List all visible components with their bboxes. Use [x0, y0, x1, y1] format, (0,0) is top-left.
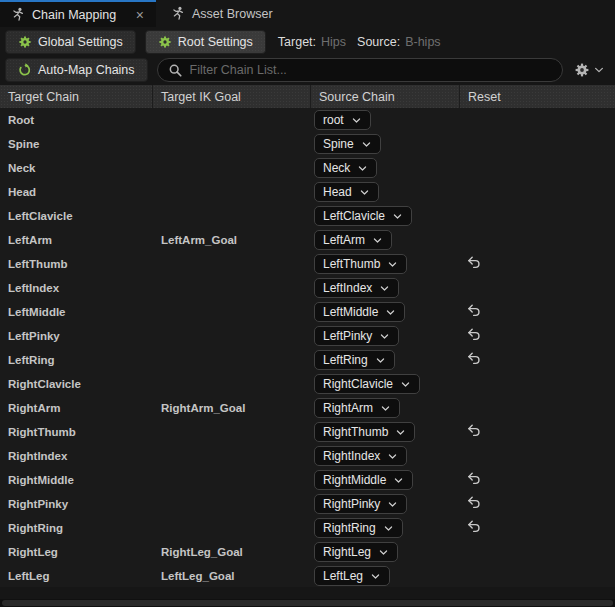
source-chain-dropdown[interactable]: LeftIndex	[314, 278, 399, 298]
source-chain-dropdown[interactable]: LeftArm	[314, 230, 392, 250]
column-header-target-chain[interactable]: Target Chain	[0, 85, 153, 108]
source-chain-cell: RightThumb	[311, 422, 460, 442]
undo-icon[interactable]	[466, 303, 481, 318]
chain-table-header: Target Chain Target IK Goal Source Chain…	[0, 85, 615, 108]
chevron-down-icon	[351, 115, 362, 126]
source-value: B-hips	[405, 35, 440, 49]
chain-toolbar: Auto-Map Chains	[0, 57, 615, 85]
column-header-source-chain[interactable]: Source Chain	[311, 85, 460, 108]
target-chain-label: Spine	[0, 138, 153, 150]
source-chain-dropdown[interactable]: RightRing	[314, 518, 403, 538]
table-row: Spine Spine	[0, 132, 615, 156]
source-chain-cell: RightArm	[311, 398, 460, 418]
table-row: Neck Neck	[0, 156, 615, 180]
source-chain-value: RightMiddle	[323, 473, 386, 487]
bottom-filler	[0, 587, 615, 599]
source-chain-dropdown[interactable]: Head	[314, 182, 379, 202]
source-chain-cell: LeftClavicle	[311, 206, 460, 226]
chevron-down-icon	[361, 139, 372, 150]
column-header-reset[interactable]: Reset	[460, 85, 615, 108]
source-chain-dropdown[interactable]: RightPinky	[314, 494, 407, 514]
chain-settings-menu-button[interactable]	[572, 62, 607, 78]
tab-chain-mapping[interactable]: Chain Mapping ×	[0, 0, 156, 27]
source-chain-cell: LeftPinky	[311, 326, 460, 346]
undo-icon[interactable]	[466, 327, 481, 342]
target-chain-label: RightIndex	[0, 450, 153, 462]
undo-icon[interactable]	[466, 519, 481, 534]
target-ik-goal-label: LeftLeg_Goal	[153, 570, 311, 582]
undo-icon[interactable]	[466, 255, 481, 270]
target-chain-label: RightClavicle	[0, 378, 153, 390]
column-header-target-ik-goal[interactable]: Target IK Goal	[153, 85, 311, 108]
source-chain-cell: LeftRing	[311, 350, 460, 370]
reset-cell	[460, 519, 615, 537]
source-chain-dropdown[interactable]: RightLeg	[314, 542, 398, 562]
chevron-down-icon	[370, 571, 381, 582]
undo-icon[interactable]	[466, 471, 481, 486]
settings-toolbar: Global Settings Root Settings Target: Hi…	[0, 27, 615, 57]
table-row: RightArm RightArm_Goal RightArm	[0, 396, 615, 420]
source-chain-cell: Head	[311, 182, 460, 202]
source-chain-value: Head	[323, 185, 352, 199]
chevron-down-icon	[372, 235, 383, 246]
target-chain-label: LeftClavicle	[0, 210, 153, 222]
reset-cell	[460, 471, 615, 489]
global-settings-button[interactable]: Global Settings	[5, 30, 136, 54]
target-chain-label: LeftIndex	[0, 282, 153, 294]
table-row: RightIndex RightIndex	[0, 444, 615, 468]
source-chain-value: RightIndex	[323, 449, 380, 463]
scrollbar-thumb[interactable]	[2, 600, 613, 606]
target-chain-label: LeftMiddle	[0, 306, 153, 318]
source-chain-dropdown[interactable]: RightMiddle	[314, 470, 413, 490]
table-row: LeftMiddle LeftMiddle	[0, 300, 615, 324]
source-chain-dropdown[interactable]: LeftMiddle	[314, 302, 405, 322]
source-chain-dropdown[interactable]: RightArm	[314, 398, 400, 418]
gear-icon	[158, 35, 172, 49]
horizontal-scrollbar[interactable]	[0, 599, 615, 607]
source-chain-value: RightPinky	[323, 497, 380, 511]
tab-asset-browser[interactable]: Asset Browser	[156, 0, 283, 27]
filter-chain-input[interactable]	[190, 63, 552, 77]
source-chain-dropdown[interactable]: Neck	[314, 158, 377, 178]
undo-icon[interactable]	[466, 423, 481, 438]
filter-chain-searchbox[interactable]	[157, 58, 563, 82]
source-chain-value: LeftArm	[323, 233, 365, 247]
target-ik-goal-label: RightLeg_Goal	[153, 546, 311, 558]
source-chain-value: root	[323, 113, 344, 127]
source-chain-dropdown[interactable]: LeftRing	[314, 350, 395, 370]
undo-icon[interactable]	[466, 351, 481, 366]
source-label: Source:	[357, 35, 400, 49]
source-chain-value: LeftThumb	[323, 257, 380, 271]
source-chain-dropdown[interactable]: RightClavicle	[314, 374, 420, 394]
reset-cell	[460, 447, 615, 465]
source-chain-dropdown[interactable]: LeftPinky	[314, 326, 399, 346]
source-chain-dropdown[interactable]: LeftThumb	[314, 254, 407, 274]
reset-cell	[460, 111, 615, 129]
source-chain-dropdown[interactable]: RightThumb	[314, 422, 415, 442]
source-chain-value: LeftMiddle	[323, 305, 378, 319]
chevron-down-icon	[385, 307, 396, 318]
chain-mapping-panel: Chain Mapping × Asset Browser Global Set…	[0, 0, 615, 607]
chevron-down-icon	[379, 283, 390, 294]
source-chain-dropdown[interactable]: Spine	[314, 134, 381, 154]
source-chain-dropdown[interactable]: LeftLeg	[314, 566, 390, 586]
target-ik-goal-label: LeftArm_Goal	[153, 234, 311, 246]
table-row: LeftThumb LeftThumb	[0, 252, 615, 276]
chevron-down-icon	[392, 211, 403, 222]
chevron-down-icon	[379, 331, 390, 342]
source-chain-dropdown[interactable]: root	[314, 110, 371, 130]
reset-cell	[460, 543, 615, 561]
source-chain-dropdown[interactable]: RightIndex	[314, 446, 407, 466]
close-icon[interactable]: ×	[134, 8, 146, 22]
table-row: LeftIndex LeftIndex	[0, 276, 615, 300]
undo-icon[interactable]	[466, 495, 481, 510]
target-chain-label: LeftRing	[0, 354, 153, 366]
source-chain-dropdown[interactable]: LeftClavicle	[314, 206, 412, 226]
target-chain-label: RightLeg	[0, 546, 153, 558]
tab-chain-mapping-label: Chain Mapping	[32, 8, 116, 22]
source-chain-value: LeftLeg	[323, 569, 363, 583]
root-settings-button[interactable]: Root Settings	[145, 30, 266, 54]
chevron-down-icon	[387, 499, 398, 510]
auto-map-chains-button[interactable]: Auto-Map Chains	[5, 58, 148, 82]
global-settings-label: Global Settings	[38, 35, 123, 49]
